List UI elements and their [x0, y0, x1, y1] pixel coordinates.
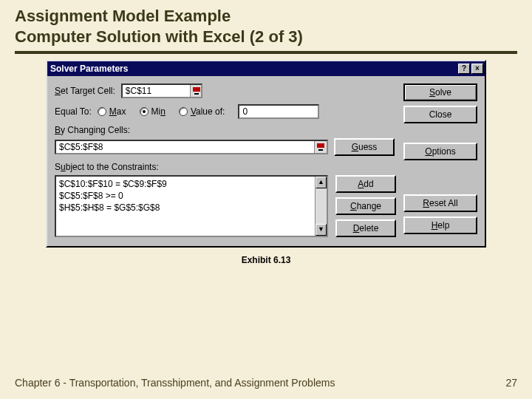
- radio-min-label: Min: [151, 106, 166, 117]
- solver-parameters-dialog: Solver Parameters ? × Set Target Cell: E…: [46, 60, 486, 248]
- scrollbar[interactable]: ▲ ▼: [315, 177, 327, 236]
- slide-footer: Chapter 6 - Transportation, Transshipmen…: [15, 377, 517, 389]
- slide-title-line2: Computer Solution with Excel (2 of 3): [15, 27, 517, 47]
- radio-max[interactable]: Max: [98, 106, 126, 117]
- changing-cells-input[interactable]: [55, 140, 328, 154]
- add-button[interactable]: Add: [335, 175, 396, 193]
- options-button[interactable]: Options: [403, 143, 477, 160]
- change-button[interactable]: Change: [335, 197, 396, 215]
- close-icon[interactable]: ×: [471, 64, 483, 74]
- constraints-listbox[interactable]: $C$10:$F$10 = $C$9:$F$9 $C$5:$F$8 >= 0 $…: [55, 175, 328, 237]
- equal-to-label: Equal To:: [55, 106, 92, 117]
- radio-max-label: Max: [109, 106, 126, 117]
- solve-button[interactable]: Solve: [403, 83, 477, 101]
- radio-dot-icon: [140, 107, 149, 116]
- close-button[interactable]: Close: [403, 106, 477, 123]
- page-number: 27: [505, 377, 517, 389]
- radio-value-of[interactable]: Value of:: [179, 106, 225, 117]
- changing-cells-field[interactable]: [56, 141, 314, 153]
- exhibit-caption: Exhibit 6.13: [0, 255, 532, 265]
- set-target-label: Set Target Cell:: [55, 86, 115, 96]
- guess-button[interactable]: Guess: [334, 138, 395, 156]
- radio-dot-icon: [179, 107, 188, 116]
- refedit-icon[interactable]: [314, 141, 327, 153]
- help-button[interactable]: Help: [403, 216, 477, 234]
- footer-left: Chapter 6 - Transportation, Transshipmen…: [15, 377, 335, 389]
- radio-valueof-label: Value of:: [191, 106, 225, 117]
- reset-all-button[interactable]: Reset All: [403, 194, 477, 212]
- scroll-up-icon[interactable]: ▲: [316, 177, 327, 188]
- radio-min[interactable]: Min: [140, 106, 166, 117]
- slide-title: Assignment Model Example Computer Soluti…: [0, 0, 532, 50]
- by-changing-label: By Changing Cells:: [55, 125, 396, 135]
- scroll-down-icon[interactable]: ▼: [316, 224, 327, 236]
- slide-title-line1: Assignment Model Example: [15, 6, 517, 27]
- target-cell-field[interactable]: [123, 85, 190, 97]
- title-divider: [15, 51, 517, 54]
- delete-button[interactable]: Delete: [335, 219, 396, 237]
- constraints-items: $C$10:$F$10 = $C$9:$F$9 $C$5:$F$8 >= 0 $…: [56, 177, 315, 236]
- refedit-icon[interactable]: [190, 85, 201, 97]
- radio-dot-icon: [98, 107, 106, 116]
- list-item[interactable]: $C$10:$F$10 = $C$9:$F$9: [59, 178, 312, 190]
- constraints-label: Subject to the Constraints:: [55, 162, 396, 172]
- target-cell-input[interactable]: [121, 83, 202, 98]
- help-icon[interactable]: ?: [458, 64, 470, 74]
- value-of-input[interactable]: [238, 104, 319, 119]
- dialog-title: Solver Parameters: [50, 64, 458, 74]
- list-item[interactable]: $H$5:$H$8 = $G$5:$G$8: [59, 202, 312, 214]
- titlebar[interactable]: Solver Parameters ? ×: [47, 61, 485, 76]
- list-item[interactable]: $C$5:$F$8 >= 0: [59, 190, 312, 202]
